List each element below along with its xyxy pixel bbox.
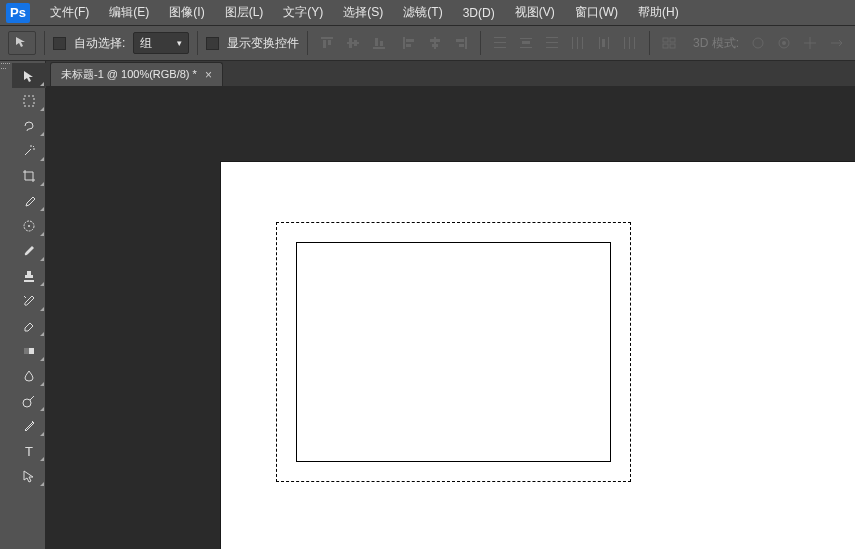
divider xyxy=(480,31,481,55)
menu-type[interactable]: 文字(Y) xyxy=(275,1,331,24)
svg-rect-34 xyxy=(629,37,630,49)
svg-point-42 xyxy=(782,41,786,45)
gradient-tool[interactable] xyxy=(12,338,46,363)
hbrush-icon xyxy=(21,293,37,309)
show-transform-checkbox[interactable] xyxy=(206,37,219,50)
auto-select-checkbox[interactable] xyxy=(53,37,66,50)
path-icon xyxy=(21,468,37,484)
menu-help[interactable]: 帮助(H) xyxy=(630,1,687,24)
eyedropper-tool[interactable] xyxy=(12,188,46,213)
svg-point-40 xyxy=(753,38,763,48)
3d-mode-group xyxy=(747,32,847,54)
svg-point-45 xyxy=(28,225,30,227)
path-select-tool[interactable] xyxy=(12,463,46,488)
magic-wand-tool[interactable] xyxy=(12,138,46,163)
svg-rect-37 xyxy=(670,38,675,42)
lasso-icon xyxy=(21,118,37,134)
menu-bar: Ps 文件(F) 编辑(E) 图像(I) 图层(L) 文字(Y) 选择(S) 滤… xyxy=(0,0,855,25)
svg-rect-15 xyxy=(465,37,467,49)
divider xyxy=(197,31,198,55)
blur-icon xyxy=(21,368,37,384)
current-tool-indicator[interactable] xyxy=(8,31,36,55)
brush-icon xyxy=(21,243,37,259)
marquee-tool[interactable] xyxy=(12,88,46,113)
align-top-icon xyxy=(316,32,338,54)
app-logo: Ps xyxy=(6,3,30,23)
dodge-tool[interactable] xyxy=(12,388,46,413)
brush-tool[interactable] xyxy=(12,238,46,263)
auto-align-icon xyxy=(658,32,680,54)
move-tool[interactable] xyxy=(12,63,46,88)
3d-mode-label: 3D 模式: xyxy=(693,35,739,52)
canvas[interactable] xyxy=(221,162,855,549)
align-group-1 xyxy=(316,32,390,54)
distribute-bottom-icon xyxy=(541,32,563,54)
workspace: 未标题-1 @ 100%(RGB/8) * × xyxy=(46,61,855,549)
chevron-down-icon: ▾ xyxy=(177,38,182,48)
menu-view[interactable]: 视图(V) xyxy=(507,1,563,24)
stamp-tool[interactable] xyxy=(12,263,46,288)
svg-rect-26 xyxy=(546,47,558,48)
history-brush-tool[interactable] xyxy=(12,288,46,313)
divider xyxy=(649,31,650,55)
svg-rect-35 xyxy=(634,37,635,49)
auto-select-label: 自动选择: xyxy=(74,35,125,52)
svg-rect-38 xyxy=(663,44,668,48)
svg-rect-2 xyxy=(328,40,331,45)
document-tab[interactable]: 未标题-1 @ 100%(RGB/8) * × xyxy=(50,62,223,86)
inner-rectangle xyxy=(296,242,611,462)
auto-select-dropdown[interactable]: 组 ▾ xyxy=(133,32,189,54)
marquee-icon xyxy=(21,93,37,109)
heal-icon xyxy=(21,218,37,234)
menu-file[interactable]: 文件(F) xyxy=(42,1,97,24)
svg-rect-36 xyxy=(663,38,668,42)
options-bar: 自动选择: 组 ▾ 显示变换控件 3D 模式: xyxy=(0,25,855,61)
eraser-tool[interactable] xyxy=(12,313,46,338)
svg-rect-10 xyxy=(406,39,414,42)
distribute-hcenter-icon xyxy=(593,32,615,54)
toolbar-grab-icon[interactable] xyxy=(1,63,11,71)
crop-tool[interactable] xyxy=(12,163,46,188)
svg-rect-3 xyxy=(347,42,359,44)
menu-filter[interactable]: 滤镜(T) xyxy=(395,1,450,24)
crop-icon xyxy=(21,168,37,184)
align-vcenter-icon xyxy=(342,32,364,54)
document-tab-bar: 未标题-1 @ 100%(RGB/8) * × xyxy=(46,61,855,87)
toolbar-handle-col xyxy=(0,61,12,549)
type-tool[interactable]: T xyxy=(12,438,46,463)
svg-rect-25 xyxy=(546,42,558,43)
type-icon: T xyxy=(21,443,37,459)
svg-rect-8 xyxy=(380,41,383,46)
lasso-tool[interactable] xyxy=(12,113,46,138)
svg-rect-11 xyxy=(406,44,411,47)
document-tab-title: 未标题-1 @ 100%(RGB/8) * xyxy=(61,67,197,82)
spot-heal-tool[interactable] xyxy=(12,213,46,238)
blur-tool[interactable] xyxy=(12,363,46,388)
menu-edit[interactable]: 编辑(E) xyxy=(101,1,157,24)
eraser-icon xyxy=(21,318,37,334)
distribute-left-icon xyxy=(567,32,589,54)
canvas-area[interactable] xyxy=(46,87,855,549)
gradient-icon xyxy=(21,343,37,359)
3d-slide-icon xyxy=(825,32,847,54)
menu-3d[interactable]: 3D(D) xyxy=(455,3,503,23)
svg-rect-14 xyxy=(432,44,438,47)
svg-rect-31 xyxy=(608,37,609,49)
close-tab-icon[interactable]: × xyxy=(205,68,212,82)
move-icon xyxy=(21,68,37,84)
svg-rect-39 xyxy=(670,44,675,48)
svg-rect-27 xyxy=(572,37,573,49)
svg-rect-19 xyxy=(494,42,506,43)
menu-window[interactable]: 窗口(W) xyxy=(567,1,626,24)
svg-rect-13 xyxy=(430,39,440,42)
menu-select[interactable]: 选择(S) xyxy=(335,1,391,24)
svg-rect-4 xyxy=(349,38,352,48)
align-bottom-icon xyxy=(368,32,390,54)
svg-rect-24 xyxy=(546,37,558,38)
menu-image[interactable]: 图像(I) xyxy=(161,1,212,24)
pen-tool[interactable] xyxy=(12,413,46,438)
svg-rect-12 xyxy=(434,37,436,49)
align-left-icon xyxy=(398,32,420,54)
align-group-2 xyxy=(398,32,472,54)
menu-layer[interactable]: 图层(L) xyxy=(217,1,272,24)
